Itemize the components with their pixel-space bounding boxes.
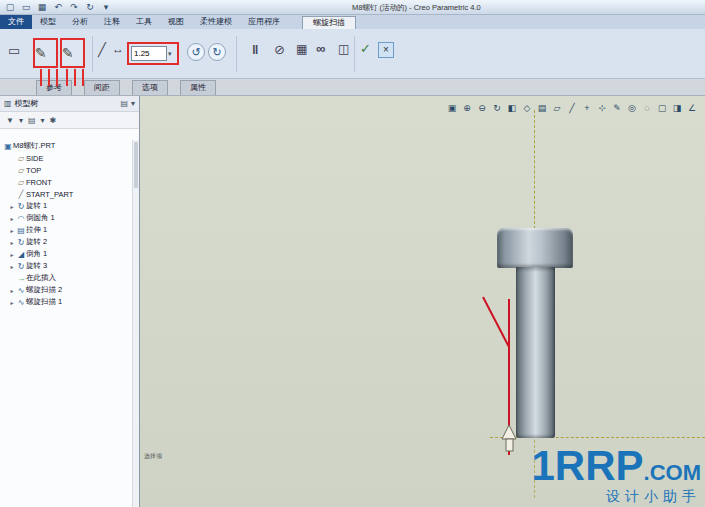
redo-icon[interactable]: ↷ xyxy=(68,2,80,13)
tree-item-insert-here[interactable]: → 在此插入 xyxy=(0,272,131,284)
extrude-icon: ▤ xyxy=(16,226,26,235)
annotation-box-sketch-profile: ✎ xyxy=(60,38,85,68)
tree-item-label: 旋转 2 xyxy=(26,237,47,247)
annotation-stroke xyxy=(82,69,84,86)
tree-columns-icon[interactable]: ▤ xyxy=(120,99,128,108)
watermark-brand-line: 1RRP.COM xyxy=(532,445,702,487)
model-tree: ▣ M8螺钉.PRT ▱ SIDE ▱ TOP ▱ FRONT ╱ START_… xyxy=(0,140,131,507)
expand-arrow-icon[interactable]: ▸ xyxy=(8,239,16,246)
tree-item-revolve-1[interactable]: ▸ ↻ 旋转 1 xyxy=(0,200,131,212)
no-preview-icon[interactable]: ⊘ xyxy=(274,42,285,57)
new-file-icon[interactable]: ▢ xyxy=(4,2,16,13)
status-hint-text: 选择项 xyxy=(144,452,162,461)
datum-plane-icon: ▱ xyxy=(16,154,26,163)
panel-tab-pitch[interactable]: 间距 xyxy=(84,80,120,95)
chain-sketch-icon[interactable]: ╱ xyxy=(98,42,106,57)
expand-arrow-icon[interactable]: ▸ xyxy=(8,215,16,222)
close-icon: × xyxy=(383,44,389,55)
tree-item-label: 在此插入 xyxy=(26,273,56,283)
tab-annotate[interactable]: 注释 xyxy=(96,15,128,29)
expand-arrow-icon[interactable]: ▸ xyxy=(8,251,16,258)
tree-item-label: 倒角 1 xyxy=(26,249,47,259)
tree-doc-caret-icon[interactable]: ▾ xyxy=(41,116,45,125)
cancel-button[interactable]: × xyxy=(378,42,394,58)
tree-item-part-root[interactable]: ▣ M8螺钉.PRT xyxy=(0,140,131,152)
tree-scrollbar[interactable] xyxy=(132,140,139,507)
pitch-dropdown-icon[interactable]: ▾ xyxy=(168,50,172,58)
tree-item-label: 倒圆角 1 xyxy=(26,213,55,223)
model-tree-panel: ▥ 模型树 ▤ ▾ ▼ ▾ ▤ ▾ ✱ ▣ M8螺钉.PRT ▱ SIDE ▱ … xyxy=(0,96,140,507)
tab-applications[interactable]: 应用程序 xyxy=(240,15,288,29)
dashboard-panel-tabs: 参考 间距 选项 属性 xyxy=(0,79,705,96)
pause-icon[interactable]: ‖ xyxy=(252,42,258,57)
model-tree-header: ▥ 模型树 ▤ ▾ xyxy=(0,96,139,112)
annotation-stroke xyxy=(40,69,42,86)
tree-item-helical-sweep-2[interactable]: ▸ ∿ 螺旋扫描 2 xyxy=(0,284,131,296)
tab-tools[interactable]: 工具 xyxy=(128,15,160,29)
tree-item-label: START_PART xyxy=(26,190,73,199)
tab-file[interactable]: 文件 xyxy=(0,15,32,29)
direction-arrow-stem xyxy=(506,439,513,451)
sketch-profile-icon[interactable]: ✎ xyxy=(62,40,83,66)
tree-item-start-part[interactable]: ╱ START_PART xyxy=(0,188,131,200)
expand-arrow-icon[interactable]: ▸ xyxy=(8,227,16,234)
tree-item-top-plane[interactable]: ▱ TOP xyxy=(0,164,131,176)
tree-header-caret-icon[interactable]: ▾ xyxy=(131,99,135,108)
tree-item-round-1[interactable]: ▸ ◠ 倒圆角 1 xyxy=(0,212,131,224)
filter-caret-icon[interactable]: ▾ xyxy=(19,116,23,125)
left-hand-rule-button[interactable]: ↺ xyxy=(187,43,205,61)
open-file-icon[interactable]: ▭ xyxy=(20,2,32,13)
annotation-box-pitch: ▾ xyxy=(127,42,179,65)
datum-plane-icon: ▱ xyxy=(16,166,26,175)
tree-scrollbar-thumb[interactable] xyxy=(134,142,138,188)
tree-item-label: FRONT xyxy=(26,178,52,187)
watermark: 1RRP.COM 设计小助手 xyxy=(532,445,702,503)
panel-tab-properties[interactable]: 属性 xyxy=(180,80,216,95)
tree-item-front-plane[interactable]: ▱ FRONT xyxy=(0,176,131,188)
tree-item-revolve-2[interactable]: ▸ ↻ 旋转 2 xyxy=(0,236,131,248)
axis-icon: ╱ xyxy=(16,190,26,199)
regenerate-icon[interactable]: ↻ xyxy=(84,2,96,13)
tree-doc-icon[interactable]: ▤ xyxy=(28,116,36,125)
qat-more-icon[interactable]: ▾ xyxy=(100,2,112,13)
tree-item-helical-sweep-1[interactable]: ▸ ∿ 螺旋扫描 1 xyxy=(0,296,131,308)
tree-item-label: 旋转 1 xyxy=(26,201,47,211)
frame-icon[interactable]: ▭ xyxy=(8,43,20,58)
annotation-stroke xyxy=(74,69,76,86)
revolve-icon: ↻ xyxy=(16,262,26,271)
save-icon[interactable]: ▦ xyxy=(36,2,48,13)
expand-arrow-icon[interactable]: ▸ xyxy=(8,287,16,294)
tree-item-revolve-3[interactable]: ▸ ↻ 旋转 3 xyxy=(0,260,131,272)
preview-panel-icon[interactable]: ◫ xyxy=(338,42,349,56)
ok-button[interactable]: ✓ xyxy=(360,41,371,56)
undo-icon[interactable]: ↶ xyxy=(52,2,64,13)
tree-item-extrude-1[interactable]: ▸ ▤ 拉伸 1 xyxy=(0,224,131,236)
section-preview-icon[interactable]: ▦ xyxy=(296,42,307,56)
watermark-brand: 1RRP xyxy=(532,442,644,489)
tab-model[interactable]: 模型 xyxy=(32,15,64,29)
tree-item-side-plane[interactable]: ▱ SIDE xyxy=(0,152,131,164)
creo-window: ▢ ▭ ▦ ↶ ↷ ↻ ▾ M8螺钉 (活动的) - Creo Parametr… xyxy=(0,0,705,507)
tab-analysis[interactable]: 分析 xyxy=(64,15,96,29)
dimension-icon[interactable]: ↔ xyxy=(112,42,124,56)
annotation-stroke xyxy=(48,69,50,86)
chamfer-icon: ◢ xyxy=(16,250,26,259)
expand-arrow-icon[interactable]: ▸ xyxy=(8,299,16,306)
sketch-reference-icon[interactable]: ✎ xyxy=(35,40,56,66)
expand-arrow-icon[interactable]: ▸ xyxy=(8,263,16,270)
tree-settings-icon[interactable]: ✱ xyxy=(50,116,57,125)
filter-icon[interactable]: ▼ xyxy=(6,116,14,125)
tab-view[interactable]: 视图 xyxy=(160,15,192,29)
sketch-diagonal-line[interactable] xyxy=(483,297,509,347)
right-hand-rule-button[interactable]: ↻ xyxy=(208,43,226,61)
verify-glasses-icon[interactable]: ∞ xyxy=(316,41,325,56)
graphics-viewport[interactable]: ▣ ⊕ ⊖ ↻ ◧ ◇ ▤ ▱ ╱ + ⊹ ✎ ◎ ◌ ▢ ◨ ∠ xyxy=(140,96,705,507)
tree-item-chamfer-1[interactable]: ▸ ◢ 倒角 1 xyxy=(0,248,131,260)
panel-tab-options[interactable]: 选项 xyxy=(132,80,168,95)
tab-flexible-modeling[interactable]: 柔性建模 xyxy=(192,15,240,29)
tab-helical-sweep[interactable]: 螺旋扫描 xyxy=(302,16,356,29)
quick-access-toolbar: ▢ ▭ ▦ ↶ ↷ ↻ ▾ xyxy=(4,2,112,13)
pitch-value-input[interactable] xyxy=(131,46,167,61)
expand-arrow-icon[interactable]: ▸ xyxy=(8,203,16,210)
ribbon-divider xyxy=(236,36,237,72)
